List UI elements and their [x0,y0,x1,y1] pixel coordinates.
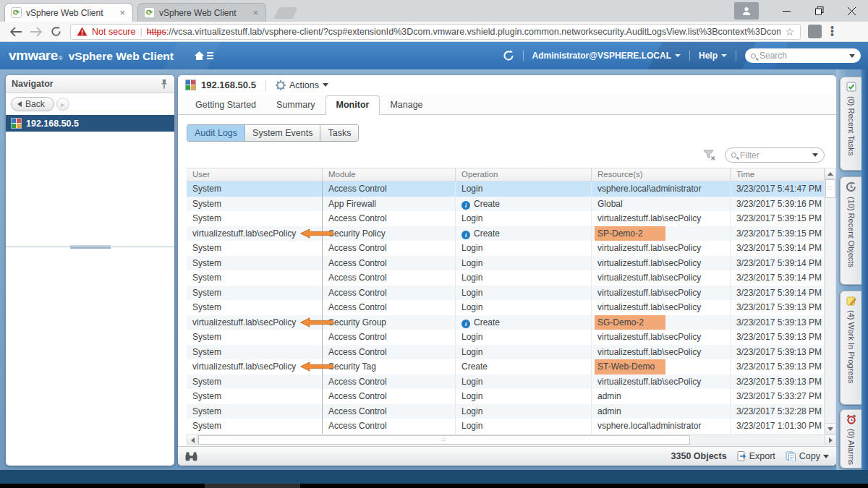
filter-input[interactable] [740,150,809,160]
cell-operation: Login [456,241,592,256]
find-icon[interactable] [185,452,197,461]
column-header-operation[interactable]: Operation [456,168,592,181]
column-header-resource-s-[interactable]: Resource(s) [592,168,731,181]
table-row[interactable]: SystemAccess ControlLoginvirtualizestuff… [187,345,825,360]
url-bar[interactable]: Not secure | https://vcsa.virtualizestuf… [70,24,801,40]
cell-user: System [187,270,323,286]
column-header-module[interactable]: Module [323,168,456,181]
table-row[interactable]: SystemAccess ControlLoginvsphere.local\a… [187,181,825,197]
search-input[interactable] [760,51,846,61]
subtab-system-events[interactable]: System Events [245,125,320,141]
column-header-user[interactable]: User [187,168,323,181]
export-button[interactable]: Export [737,451,775,461]
subtab-audit-logs[interactable]: Audit Logs [187,125,245,141]
vertical-scrollbar[interactable]: ∷ [825,168,836,435]
forward-button[interactable]: ▸ [56,98,69,111]
url-divider: | [140,27,142,37]
browser-profile-button[interactable] [734,2,759,20]
table-row[interactable]: SystemAccess ControlLoginvirtualizestuff… [187,300,825,315]
vertical-scroll-thumb[interactable]: ∷ [825,179,835,198]
operation-label: Login [461,302,482,312]
cell-operation: iCreate [456,315,592,330]
user-menu[interactable]: Administrator@VSPHERE.LOCAL [532,51,681,61]
url-text[interactable]: https://vcsa.virtualizestuff.lab/vsphere… [147,27,781,37]
cell-time: 3/23/2017 5:39:13 PM [731,315,825,330]
table-row[interactable]: SystemAccess ControlLoginadmin3/23/2017 … [187,404,825,419]
hamburger-icon[interactable] [207,52,213,59]
help-menu[interactable]: Help [699,51,727,61]
table-row[interactable]: SystemAccess ControlLoginvirtualizestuff… [187,286,825,301]
search-dropdown-icon[interactable] [849,54,855,58]
actions-menu[interactable]: Actions [276,80,328,90]
column-header-time[interactable]: Time [731,168,825,181]
table-row[interactable]: SystemApp FirewalliCreateGlobal3/23/2017… [187,197,825,212]
cell-user: virtualizestuff.lab\secPolicy [187,226,323,241]
scroll-right-icon[interactable] [825,435,835,445]
close-window-button[interactable] [835,1,868,21]
copy-icon [786,451,796,461]
table-row[interactable]: SystemAccess ControlLoginvirtualizestuff… [187,256,825,271]
back-button[interactable]: Back [11,97,54,111]
browser-tab[interactable]: ⟳vSphere Web Client× [4,3,133,22]
browser-tab[interactable]: ⟳vSphere Web Client× [137,3,266,22]
table-row[interactable]: SystemAccess ControlLoginvirtualizestuff… [187,330,825,345]
cell-user: System [187,286,323,301]
table-row[interactable]: SystemAccess ControlLoginvirtualizestuff… [187,374,825,390]
scroll-down-icon[interactable] [825,423,835,434]
scroll-up-icon[interactable] [825,168,835,179]
home-icon[interactable] [194,51,213,61]
tab-monitor[interactable]: Monitor [326,95,380,115]
horizontal-scroll-thumb[interactable]: ∷ [198,435,690,445]
sidebar-tab--alarms[interactable]: (0) Alarms [840,409,861,468]
tab-getting-started[interactable]: Getting Started [185,96,266,114]
sidebar-tab--recent-objects[interactable]: (10) Recent Objects [840,176,861,285]
table-row[interactable]: virtualizestuff.lab\secPolicySecurity Gr… [187,315,825,330]
cell-operation: Login [456,286,592,301]
refresh-icon[interactable] [503,50,514,61]
panel-splitter[interactable] [6,244,174,249]
table-row[interactable]: SystemAccess ControlLoginvsphere.local\a… [187,419,825,434]
cell-operation: Login [456,300,592,315]
copy-button[interactable]: Copy [786,451,829,461]
table-row[interactable]: virtualizestuff.lab\secPolicySecurity Po… [187,226,825,241]
horizontal-scrollbar[interactable]: ∷ [187,435,836,445]
restore-button[interactable] [803,1,835,21]
table-row[interactable]: virtualizestuff.lab\secPolicySecurity Ta… [187,359,825,374]
sidebar-edge [861,69,868,470]
tab-manage[interactable]: Manage [380,96,433,114]
filter-dropdown-icon[interactable] [812,153,818,157]
alarms-icon [846,414,856,424]
cell-operation: iCreate [456,197,592,212]
filter-box[interactable] [725,147,825,163]
sidebar-tab--work-in-progress[interactable]: (4) Work In Progress [840,291,861,405]
reload-icon[interactable] [51,26,61,37]
table-row[interactable]: SystemAccess ControlLoginvirtualizestuff… [187,270,825,286]
cell-module: Security Tag [323,359,456,374]
cell-module: Access Control [323,286,456,301]
table-row[interactable]: SystemAccess ControlLoginadmin3/23/2017 … [187,389,825,404]
cell-user: System [187,374,323,390]
navigator-item-selected[interactable]: 192.168.50.5 [6,115,174,132]
tab-close-icon[interactable]: × [118,7,127,18]
clear-filter-icon[interactable] [703,150,716,161]
tab-summary[interactable]: Summary [266,96,325,114]
bookmark-star-icon[interactable]: ☆ [785,26,794,38]
tab-close-icon[interactable]: × [251,7,260,18]
forward-icon[interactable] [30,27,42,36]
table-row[interactable]: SystemAccess ControlLoginvirtualizestuff… [187,241,825,256]
minimize-button[interactable] [770,1,803,21]
cell-module: Access Control [323,330,456,345]
pin-icon[interactable] [160,79,169,89]
browser-menu-icon[interactable]: ••• [830,26,834,37]
extension-icon[interactable] [808,25,822,38]
right-sidebar: (0) Recent Tasks(10) Recent Objects(4) W… [836,69,868,470]
table-row[interactable]: SystemAccess ControlLoginvirtualizestuff… [187,211,825,226]
back-icon[interactable] [10,27,22,36]
subtab-tasks[interactable]: Tasks [320,125,358,141]
sidebar-tab--recent-tasks[interactable]: (0) Recent Tasks [840,77,861,171]
global-search[interactable] [745,48,861,63]
scroll-left-icon[interactable] [187,435,198,445]
not-secure-label[interactable]: Not secure [92,27,135,37]
cell-module: Access Control [323,211,456,226]
new-tab-button[interactable] [273,7,297,19]
